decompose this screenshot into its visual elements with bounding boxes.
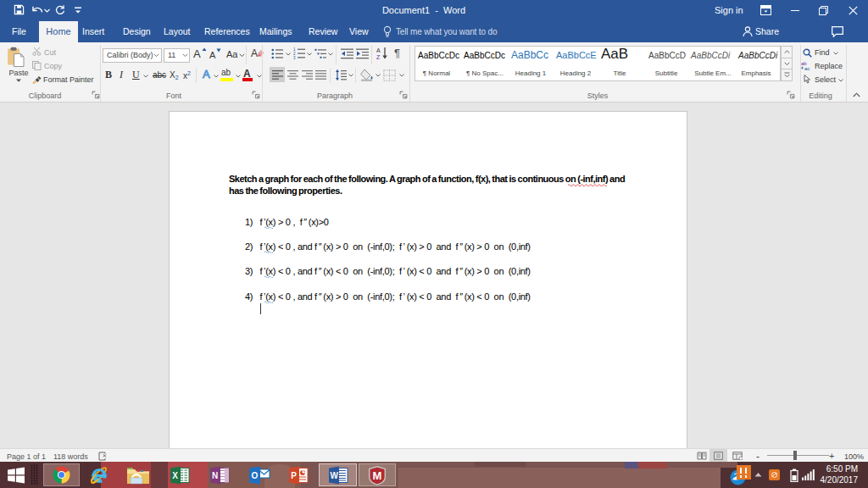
svg-text:A: A — [376, 47, 381, 53]
svg-text:3: 3 — [293, 56, 296, 59]
svg-text:W: W — [331, 471, 339, 480]
svg-text:X: X — [172, 471, 178, 480]
svg-text:N: N — [212, 471, 218, 480]
svg-text:ac: ac — [804, 66, 810, 70]
svg-text:O: O — [252, 471, 259, 480]
svg-text:P: P — [291, 471, 297, 480]
svg-text:M: M — [373, 469, 382, 482]
svg-text:Z: Z — [376, 54, 381, 60]
